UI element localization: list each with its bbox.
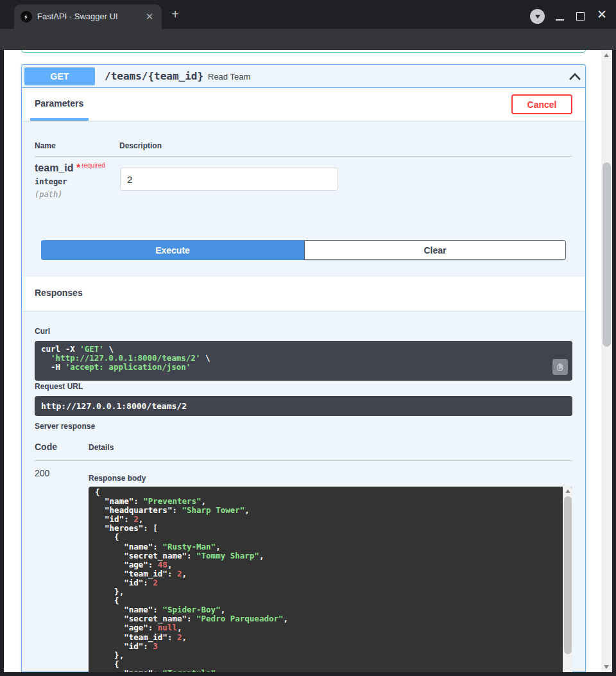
tab-title: FastAPI - Swagger UI — [37, 4, 118, 29]
table-divider — [35, 156, 572, 157]
status-code: 200 — [35, 468, 49, 478]
method-badge: GET — [24, 67, 95, 85]
param-location: (path) — [35, 190, 62, 199]
cancel-button[interactable]: Cancel — [511, 94, 572, 114]
opblock-summary[interactable]: GET /teams/{team_id} Read Team — [22, 65, 585, 88]
page-viewport: GET /teams/{team_id} Read Team Parameter… — [4, 50, 612, 672]
responses-header-bar: Responses — [22, 277, 585, 311]
tab-close-icon[interactable]: ✕ — [144, 11, 155, 22]
execute-button[interactable]: Execute — [41, 240, 304, 260]
browser-toolbar: ← → i 127.0.0.1:8000/docs#/default/read_… — [0, 29, 616, 50]
page-scrollbar[interactable] — [601, 50, 612, 672]
required-label: required — [80, 162, 105, 169]
response-body-label: Response body — [89, 474, 146, 483]
tab-bar: FastAPI - Swagger UI ✕ + ✕ — [0, 0, 616, 29]
parameters-header-bar: Parameters Cancel — [22, 88, 585, 121]
clear-button[interactable]: Clear — [304, 240, 566, 260]
code-column-header: Code — [35, 442, 57, 452]
collapse-chevron-icon[interactable] — [569, 72, 581, 83]
copy-to-clipboard-button[interactable] — [552, 359, 568, 375]
curl-label: Curl — [35, 327, 50, 336]
curl-command-block: curl -X 'GET' \ 'http://127.0.0.1:8000/t… — [35, 341, 572, 381]
window-maximize-button[interactable] — [576, 12, 585, 21]
fastapi-favicon-icon — [21, 11, 32, 22]
column-header-name: Name — [35, 141, 56, 150]
column-header-description: Description — [119, 141, 162, 150]
previous-opblock-edge — [21, 50, 586, 53]
response-scrollbar-thumb[interactable] — [564, 496, 572, 654]
server-response-label: Server response — [35, 422, 95, 431]
details-column-header: Details — [89, 443, 114, 452]
param-type: integer — [35, 177, 67, 186]
new-tab-button[interactable]: + — [168, 8, 182, 22]
request-url-block: http://127.0.0.1:8000/teams/2 — [35, 396, 572, 416]
response-scrollbar[interactable] — [563, 487, 572, 672]
operation-path: /teams/{team_id} — [105, 65, 203, 88]
scroll-up-arrow-icon[interactable] — [604, 53, 609, 57]
browser-window: FastAPI - Swagger UI ✕ + ✕ ← → i 127.0.0… — [0, 0, 616, 676]
tab-search-button[interactable] — [530, 9, 545, 24]
active-tab-underline — [30, 118, 89, 121]
responses-title: Responses — [35, 288, 83, 298]
response-json: { "name": "Preventers", "headquarters": … — [95, 488, 560, 672]
scroll-up-arrow-icon[interactable] — [565, 489, 570, 492]
page-scrollbar-thumb[interactable] — [603, 162, 611, 347]
browser-tab[interactable]: FastAPI - Swagger UI ✕ — [14, 4, 162, 29]
operation-summary: Read Team — [208, 65, 250, 88]
opblock-get-teams: GET /teams/{team_id} Read Team Parameter… — [21, 64, 586, 672]
param-name: team_id *required — [35, 162, 105, 174]
response-body-block: { "name": "Preventers", "headquarters": … — [89, 487, 572, 672]
request-url-label: Request URL — [35, 382, 83, 391]
tab-parameters[interactable]: Parameters — [35, 98, 83, 108]
chevron-down-icon — [535, 15, 540, 19]
window-close-button[interactable]: ✕ — [595, 8, 609, 22]
team-id-input[interactable] — [120, 168, 338, 191]
table-divider — [35, 460, 572, 461]
scroll-down-arrow-icon[interactable] — [604, 665, 609, 669]
window-minimize-button[interactable] — [556, 19, 564, 21]
